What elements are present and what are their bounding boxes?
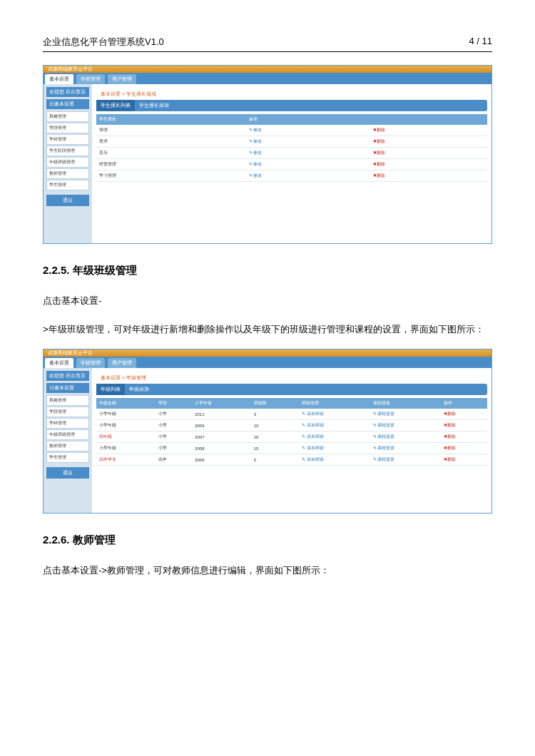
add-class-link[interactable]: ✎ 添加班级	[299, 454, 370, 466]
delete-link[interactable]: ✖删除	[370, 148, 487, 159]
table-row: 小学年级小学200910✎ 添加班级✎ 课程设置✖删除	[96, 420, 487, 431]
logout-button[interactable]: 退出	[46, 195, 89, 206]
doc-header: 企业信息化平台管理系统V1.0 4 / 11	[43, 36, 492, 52]
delete-link[interactable]: ✖删除	[370, 125, 487, 136]
nav-tab[interactable]: 学校管理	[76, 74, 105, 84]
breadcrumb: 基本设置 > 年级管理	[96, 372, 487, 384]
course-link[interactable]: ✎ 课程设置	[370, 420, 442, 431]
table-row: 小学年级小学20113✎ 添加班级✎ 课程设置✖删除	[96, 409, 487, 420]
edit-link[interactable]: ✎ 修改	[246, 125, 371, 136]
sidebar-item[interactable]: 学科管理	[46, 418, 89, 429]
side-section: 日基本设置	[46, 383, 89, 393]
nav-tab[interactable]: 学校管理	[76, 358, 105, 368]
edit-link[interactable]: ✎ 修改	[246, 148, 371, 159]
doc-page: 4 / 11	[469, 36, 492, 48]
sidebar-item[interactable]: 教师管理	[46, 168, 89, 179]
sidebar-item[interactable]: 学科管理	[46, 134, 89, 145]
app-brand: 成康高端教育云平台	[44, 66, 491, 73]
sidebar-item[interactable]: 风格管理	[46, 111, 89, 122]
screenshot-2: 成康高端教育云平台 基本设置 学校管理 用户管理 欢迎您 后台首页 日基本设置 …	[43, 349, 492, 514]
nav-tab[interactable]: 基本设置	[45, 74, 73, 84]
screenshot-1: 成康高端教育云平台 基本设置 学校管理 用户管理 欢迎您 后台首页 日基本设置 …	[43, 65, 492, 244]
data-table: 学生擅长操作 管理✎ 修改✖删除 美术✎ 修改✖删除 音乐✎ 修改✖删除 经营管…	[96, 114, 487, 182]
sidebar: 欢迎您 后台首页 日基本设置 风格管理 学段管理 学科管理 年级班级管理 教师管…	[44, 368, 92, 513]
edit-link[interactable]: ✎ 修改	[246, 170, 371, 182]
add-class-link[interactable]: ✎ 添加班级	[299, 431, 370, 443]
edit-link[interactable]: ✎ 修改	[246, 136, 371, 148]
sidebar-item[interactable]: 学生阶段管理	[46, 145, 89, 156]
side-section: 日基本设置	[46, 99, 89, 109]
nav-tab[interactable]: 用户管理	[108, 74, 136, 84]
section-heading: 2.2.6. 教师管理	[43, 533, 492, 547]
table-row: 管理✎ 修改✖删除	[96, 125, 487, 136]
sidebar: 欢迎您 后台首页 日基本设置 风格管理 学段管理 学科管理 学生阶段管理 年级班…	[44, 84, 92, 243]
nav-tab[interactable]: 基本设置	[45, 358, 73, 368]
table-row: 四年级小学200710✎ 添加班级✎ 课程设置✖删除	[96, 431, 487, 443]
logout-button[interactable]: 退出	[46, 467, 89, 479]
app-brand: 成康高端教育云平台	[44, 349, 491, 357]
table-row: 学习管理✎ 修改✖删除	[96, 170, 487, 182]
subtab[interactable]: 学生擅长列表	[96, 100, 135, 111]
sidebar-item[interactable]: 教师管理	[46, 441, 89, 451]
sidebar-item[interactable]: 学生管理	[46, 180, 89, 190]
delete-link[interactable]: ✖删除	[441, 431, 487, 443]
breadcrumb: 基本设置 > 学生擅长领域	[96, 88, 487, 100]
welcome-bar: 欢迎您 后台首页	[46, 371, 89, 381]
section-heading: 2.2.5. 年级班级管理	[43, 264, 492, 277]
table-row: 美术✎ 修改✖删除	[96, 136, 487, 148]
nav-tab[interactable]: 用户管理	[108, 358, 136, 368]
delete-link[interactable]: ✖删除	[441, 420, 487, 431]
add-class-link[interactable]: ✎ 添加班级	[299, 420, 370, 431]
sidebar-item[interactable]: 风格管理	[46, 395, 89, 406]
body-text: 点击基本设置-	[43, 292, 492, 310]
delete-link[interactable]: ✖删除	[370, 170, 487, 182]
table-row: 高中毕业高中20095✎ 添加班级✎ 课程设置✖删除	[96, 454, 487, 466]
subtab[interactable]: 学生擅长添加	[135, 100, 173, 111]
welcome-bar: 欢迎您 后台首页	[46, 87, 89, 97]
course-link[interactable]: ✎ 课程设置	[370, 409, 442, 420]
delete-link[interactable]: ✖删除	[370, 159, 487, 170]
sidebar-item[interactable]: 学生管理	[46, 452, 89, 463]
table-row: 小学年级小学200815✎ 添加班级✎ 课程设置✖删除	[96, 443, 487, 454]
delete-link[interactable]: ✖删除	[441, 454, 487, 466]
delete-link[interactable]: ✖删除	[441, 443, 487, 454]
data-table: 年级名称学段入学年份班级数班级管理课程设置操作 小学年级小学20113✎ 添加班…	[96, 398, 487, 466]
table-row: 音乐✎ 修改✖删除	[96, 148, 487, 159]
subtab[interactable]: 年级添加	[125, 384, 153, 395]
course-link[interactable]: ✎ 课程设置	[370, 431, 442, 443]
sidebar-item[interactable]: 年级班级管理	[46, 157, 89, 168]
course-link[interactable]: ✎ 课程设置	[370, 443, 442, 454]
add-class-link[interactable]: ✎ 添加班级	[299, 409, 370, 420]
sidebar-item[interactable]: 学段管理	[46, 123, 89, 133]
delete-link[interactable]: ✖删除	[441, 409, 487, 420]
sidebar-item[interactable]: 年级班级管理	[46, 429, 89, 440]
doc-title: 企业信息化平台管理系统V1.0	[43, 36, 164, 48]
body-text: 点击基本设置->教师管理，可对教师信息进行编辑，界面如下图所示：	[43, 561, 492, 580]
sidebar-item[interactable]: 学段管理	[46, 407, 89, 417]
edit-link[interactable]: ✎ 修改	[246, 159, 371, 170]
subtab[interactable]: 年级列表	[96, 384, 125, 395]
body-text: >年级班级管理，可对年级进行新增和删除操作以及年级下的班级进行管理和课程的设置，…	[43, 320, 492, 339]
table-row: 经营管理✎ 修改✖删除	[96, 159, 487, 170]
course-link[interactable]: ✎ 课程设置	[370, 454, 442, 466]
add-class-link[interactable]: ✎ 添加班级	[299, 443, 370, 454]
delete-link[interactable]: ✖删除	[370, 136, 487, 148]
